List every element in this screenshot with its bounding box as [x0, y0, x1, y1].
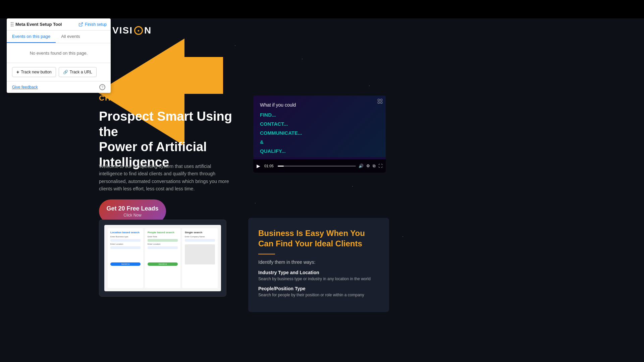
- pip-icon[interactable]: ⧉: [373, 164, 376, 168]
- screen-col-2: People based search Enter Role Enter Loc…: [145, 228, 180, 288]
- video-keywords: FIND... CONTACT... COMMUNICATE... & QUAL…: [260, 110, 379, 156]
- laptop-mockup: Location based search Enter Business typ…: [99, 220, 226, 297]
- col-search-label: SEARCH: [121, 263, 129, 265]
- tab-events-on-page[interactable]: Events on this page: [7, 31, 56, 43]
- fullscreen-icon[interactable]: ⛶: [378, 164, 382, 168]
- finish-setup-label: Finish setup: [85, 22, 107, 27]
- col-input2: [110, 246, 141, 249]
- meta-panel-header: Meta Event Setup Tool Finish setup: [7, 18, 111, 31]
- track-new-button-btn[interactable]: + Track new button: [12, 67, 56, 77]
- col-header-3: Single search: [185, 231, 215, 234]
- no-events-text: No events found on this page.: [30, 51, 88, 56]
- col-input: [110, 239, 141, 242]
- col-btn-container: SEARCH: [110, 262, 141, 266]
- video-time: 01:05: [263, 164, 275, 168]
- volume-icon[interactable]: 🔊: [359, 164, 364, 168]
- main-subtext: Welcome to our prospecting system that u…: [99, 163, 233, 193]
- meta-actions: + Track new button 🔗 Track a URL: [7, 63, 111, 81]
- main-heading: Prospect Smart Using the Power of Artifi…: [99, 109, 240, 170]
- col-search-btn2: SEARCH: [148, 262, 178, 266]
- col-header-2: People based search: [148, 231, 178, 234]
- col-search-label2: SEARCH: [158, 263, 167, 265]
- track-url-label: Track a URL: [70, 70, 92, 74]
- meta-panel-title: Meta Event Setup Tool: [15, 22, 62, 27]
- info-intro: Identify them in three ways:: [258, 259, 379, 265]
- meta-footer: Give feedback ?: [7, 81, 111, 93]
- col-label5: Enter Company Name: [185, 236, 215, 238]
- col-header-1: Location based search: [110, 231, 141, 234]
- video-question: What if you could: [260, 102, 379, 108]
- col-search-btn: SEARCH: [110, 262, 141, 266]
- info-item-2-title: People/Position Type: [258, 286, 379, 291]
- top-bar: [0, 0, 644, 18]
- help-icon[interactable]: ?: [99, 84, 105, 90]
- drag-icon: [11, 22, 13, 26]
- play-button[interactable]: ▶: [257, 163, 260, 169]
- cheat-code-text: CHEAT CODE FOR: [99, 94, 174, 103]
- col-input3: [148, 239, 178, 242]
- info-item-1-title: Industry Type and Location: [258, 270, 379, 275]
- video-player: What if you could FIND... CONTACT... COM…: [253, 96, 386, 173]
- col-map-placeholder: [185, 244, 215, 264]
- heading-line2: Power of Artificial: [99, 140, 207, 154]
- logo-eye-icon: ●: [134, 26, 143, 35]
- star-decoration: [402, 236, 403, 237]
- info-heading: Business Is Easy When You Can Find Your …: [258, 228, 379, 249]
- star-decoration: [255, 203, 256, 203]
- col-label: Enter Business type: [110, 236, 141, 238]
- svg-line-0: [80, 22, 83, 24]
- col-label4: Enter Location: [148, 243, 178, 245]
- logo-text: VISI: [112, 25, 133, 36]
- info-item-1-desc: Search by business type or industry in a…: [258, 276, 379, 282]
- video-progress-bar[interactable]: [278, 166, 356, 167]
- link-icon: 🔗: [63, 70, 68, 74]
- info-divider: [258, 254, 275, 254]
- meta-tabs: Events on this page All events: [7, 31, 111, 43]
- orange-arrow-rect: [156, 57, 223, 94]
- laptop-screen: Location based search Enter Business typ…: [104, 225, 221, 291]
- video-grid-icon: [378, 99, 382, 104]
- screen-col-3: Single search Enter Company Name: [182, 228, 218, 288]
- info-item-1: Industry Type and Location Search by bus…: [258, 270, 379, 282]
- meta-panel: Meta Event Setup Tool Finish setup Event…: [7, 18, 111, 93]
- give-feedback-button[interactable]: Give feedback: [12, 85, 38, 89]
- col-btn2-container: SEARCH: [148, 262, 178, 266]
- main-area: VISI ● N CHEAT CODE FOR Prospect Smart U…: [0, 18, 644, 362]
- video-content: What if you could FIND... CONTACT... COM…: [253, 96, 386, 157]
- video-progress-fill: [278, 166, 284, 167]
- track-new-button-label: Track new button: [21, 70, 52, 74]
- info-item-2-desc: Search for people by their position or r…: [258, 292, 379, 298]
- col-input5: [185, 239, 215, 242]
- external-link-icon: [78, 22, 83, 27]
- info-box: Business Is Easy When You Can Find Your …: [248, 218, 389, 312]
- screen-col-1: Location based search Enter Business typ…: [108, 228, 143, 288]
- star-decoration: [235, 45, 235, 46]
- cta-main-text: Get 20 Free Leads: [106, 205, 158, 212]
- meta-panel-header-left: Meta Event Setup Tool: [11, 22, 62, 27]
- cta-sub-text: Click Now: [123, 213, 141, 218]
- laptop-mockup-container: Location based search Enter Business typ…: [99, 220, 226, 297]
- video-controls[interactable]: ▶ 01:05 🔊 ⚙ ⧉ ⛶: [253, 159, 386, 173]
- col-input4: [148, 246, 178, 249]
- col-label3: Enter Role: [148, 236, 178, 238]
- col-label2: Enter Location: [110, 243, 141, 245]
- star-decoration: [302, 59, 303, 59]
- info-item-2: People/Position Type Search for people b…: [258, 286, 379, 298]
- star-decoration: [352, 186, 353, 187]
- heading-line1: Prospect Smart Using the: [99, 109, 232, 139]
- finish-setup-button[interactable]: Finish setup: [78, 22, 107, 27]
- settings-icon[interactable]: ⚙: [366, 164, 370, 168]
- plus-icon: +: [16, 69, 19, 75]
- track-url-btn[interactable]: 🔗 Track a URL: [59, 67, 97, 77]
- vision-logo: VISI ● N: [112, 25, 152, 36]
- tab-all-events[interactable]: All events: [56, 31, 85, 43]
- star-decoration: [369, 85, 370, 86]
- logo-text-end: N: [144, 25, 152, 36]
- meta-content: No events found on this page.: [7, 43, 111, 63]
